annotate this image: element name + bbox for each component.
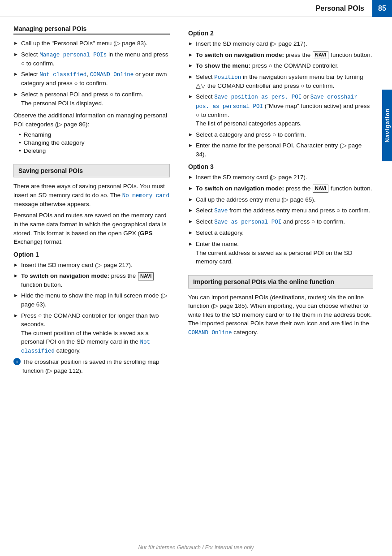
list-item: ► Hide the menu to show the map in full … — [13, 291, 170, 309]
bullet-arrow-icon: ► — [13, 272, 18, 280]
option1-list: ► Insert the SD memory card (▷ page 217)… — [13, 261, 170, 375]
footer-text: Nur für internen Gebrauch / For internal… — [0, 544, 392, 551]
list-item: ► Select Manage personal POIs in the men… — [13, 50, 170, 68]
list-item: ► Select Save as personal POI and press … — [188, 217, 373, 226]
bullet-arrow-icon: ► — [188, 40, 193, 47]
bullet-arrow-icon: ► — [188, 241, 193, 248]
list-item: ► Press ○ the COMAND controller for long… — [13, 311, 170, 356]
bullet-arrow-icon: ► — [188, 73, 193, 81]
list-item: ► Select a category and press ○ to confi… — [188, 130, 373, 139]
navi-button: NAVI — [138, 272, 154, 280]
bullet-arrow-icon: ► — [188, 185, 193, 192]
list-item: • Renaming — [16, 131, 170, 138]
saving-intro: There are three ways of saving personal … — [13, 182, 170, 208]
dot-icon: • — [19, 139, 21, 146]
saving-pois-box: Saving personal POIs — [13, 164, 170, 177]
managing-pois-heading: Managing personal POIs — [13, 25, 170, 34]
list-item: ► Insert the SD memory card (▷ page 217)… — [188, 39, 373, 48]
option1-heading: Option 1 — [13, 251, 170, 258]
list-item: ► Select Save position as pers. POI or S… — [188, 92, 373, 128]
dot-icon: • — [19, 131, 21, 138]
bullet-arrow-icon: ► — [13, 71, 18, 78]
bullet-arrow-icon: ► — [13, 40, 18, 47]
list-item: ► To switch on navigation mode: press th… — [188, 184, 373, 193]
bullet-arrow-icon: ► — [188, 218, 193, 225]
bullet-arrow-icon: ► — [188, 62, 193, 69]
option3-heading: Option 3 — [188, 163, 373, 170]
option2-heading: Option 2 — [188, 30, 373, 37]
list-item: • Changing the category — [16, 139, 170, 146]
saving-body: Personal POIs and routes are saved on th… — [13, 211, 170, 246]
list-item: ► To switch on navigation mode: press th… — [188, 51, 373, 60]
import-body: You can import personal POIs (destinatio… — [188, 293, 373, 337]
bullet-arrow-icon: ► — [188, 131, 193, 138]
main-content: Managing personal POIs ► Call up the "Pe… — [0, 17, 382, 556]
bullet-arrow-icon: ► — [188, 52, 193, 59]
list-item: ► Enter the name.The current address is … — [188, 240, 373, 266]
list-item: ► Select a category. — [188, 228, 373, 237]
dot-icon: • — [19, 147, 21, 154]
list-item: ► Select a personal POI and press ○ to c… — [13, 90, 170, 108]
list-item: ► To show the menu: press ○ the COMAND c… — [188, 61, 373, 70]
left-column: Managing personal POIs ► Call up the "Pe… — [0, 17, 179, 556]
navigation-tab: Navigation — [382, 90, 392, 161]
dot-list: • Renaming • Changing the category • Del… — [16, 131, 170, 154]
list-item: ► Insert the SD memory card (▷ page 217)… — [13, 261, 170, 270]
bullet-arrow-icon: ► — [13, 312, 18, 319]
list-item: ► Select Save from the address entry men… — [188, 206, 373, 215]
list-item: ► Call up the address entry menu (▷ page… — [188, 195, 373, 204]
bullet-arrow-icon: ► — [188, 207, 193, 214]
bullet-arrow-icon: ► — [188, 196, 193, 203]
page-number: 85 — [372, 0, 392, 17]
bullet-arrow-icon: ► — [188, 229, 193, 237]
list-item: ► Select Not classified, COMAND Online o… — [13, 70, 170, 88]
bullet-arrow-icon: ► — [13, 51, 18, 58]
bullet-arrow-icon: ► — [188, 174, 193, 181]
header-title: Personal POIs — [316, 4, 365, 13]
bullet-arrow-icon: ► — [188, 93, 193, 100]
bullet-arrow-icon: ► — [188, 142, 193, 149]
list-item: ► Insert the SD memory card (▷ page 217)… — [188, 173, 373, 182]
option3-list: ► Insert the SD memory card (▷ page 217)… — [188, 173, 373, 266]
bullet-arrow-icon: ► — [13, 262, 18, 269]
list-item: ► To switch on navigation mode: press th… — [13, 272, 170, 289]
header-bar: Personal POIs 85 — [0, 0, 392, 17]
managing-pois-list: ► Call up the "Personal POIs" menu (▷ pa… — [13, 39, 170, 108]
bullet-arrow-icon: ► — [13, 91, 18, 98]
list-item: ► Enter the name for the personal POI. C… — [188, 141, 373, 159]
import-pois-box: Importing personal POIs via the online f… — [188, 275, 373, 289]
option2-list: ► Insert the SD memory card (▷ page 217)… — [188, 39, 373, 159]
list-item-info: i The crosshair position is saved in the… — [13, 358, 170, 375]
list-item: • Deleting — [16, 147, 170, 154]
list-item: ► Select Position in the navigation syst… — [188, 73, 373, 91]
list-item: ► Call up the "Personal POIs" menu (▷ pa… — [13, 39, 170, 48]
navi-button: NAVI — [313, 185, 328, 193]
bullet-arrow-icon: ► — [13, 292, 18, 299]
info-icon: i — [13, 358, 21, 365]
observe-text: Observe the additional information on ma… — [13, 111, 170, 129]
navi-button: NAVI — [313, 51, 328, 59]
right-column: Option 2 ► Insert the SD memory card (▷ … — [179, 17, 382, 556]
